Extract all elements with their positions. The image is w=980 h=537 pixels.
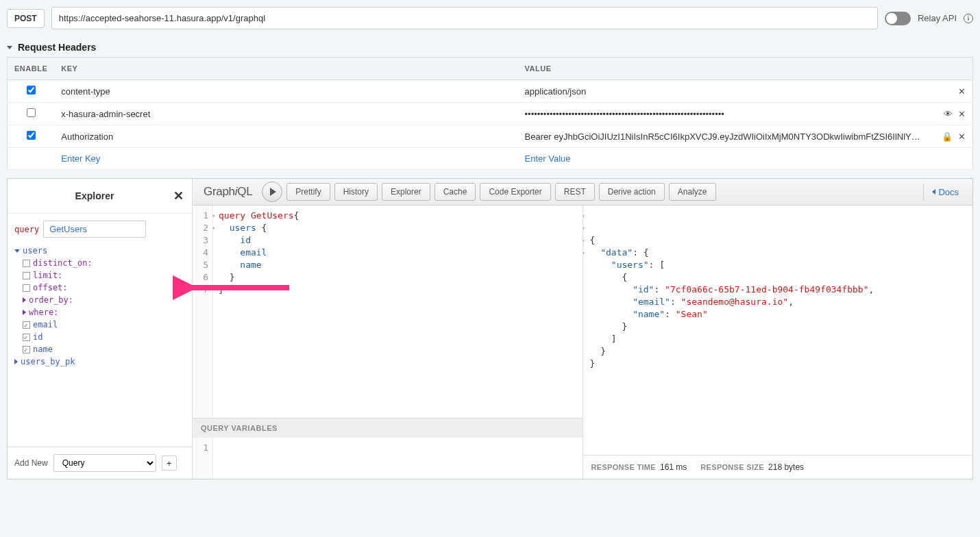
header-key[interactable]: x-hasura-admin-secret (54, 103, 517, 125)
header-key-placeholder[interactable]: Enter Key (61, 153, 100, 164)
prettify-button[interactable]: Prettify (286, 183, 330, 201)
endpoint-url-input[interactable] (51, 7, 878, 29)
header-key[interactable]: Authorization (54, 125, 517, 148)
header-row: Authorization Bearer eyJhbGciOiJIUzI1NiI… (8, 125, 973, 148)
add-new-button[interactable]: + (162, 455, 177, 471)
header-key[interactable]: content-type (54, 80, 517, 103)
result-footer: RESPONSE TIME 161 ms RESPONSE SIZE 218 b… (583, 455, 973, 479)
relay-api-toggle[interactable] (885, 12, 911, 25)
query-variables-editor[interactable]: 1 (193, 438, 583, 479)
header-value[interactable]: application/json (518, 80, 932, 103)
explorer-button[interactable]: Explorer (382, 183, 430, 201)
header-enable-checkbox[interactable] (27, 131, 36, 140)
request-headers-section: Request Headers ENABLE KEY VALUE content… (7, 38, 973, 170)
delete-header-icon[interactable]: ✕ (958, 132, 966, 142)
request-headers-title: Request Headers (18, 42, 96, 53)
relay-api-label: Relay API (918, 13, 957, 23)
header-row: content-type application/json ✕ (8, 80, 973, 103)
tree-email[interactable]: email (23, 319, 185, 331)
derive-action-button[interactable]: Derive action (599, 183, 665, 201)
request-headers-toggle[interactable]: Request Headers (7, 38, 973, 57)
lock-icon[interactable]: 🔒 (942, 132, 953, 142)
tree-where[interactable]: where: (23, 306, 185, 319)
analyze-button[interactable]: Analyze (669, 183, 716, 201)
close-explorer-icon[interactable]: ✕ (173, 188, 184, 203)
chevron-down-icon (7, 46, 12, 49)
header-enable-checkbox[interactable] (27, 108, 36, 117)
tree-name[interactable]: name (23, 343, 185, 355)
delete-header-icon[interactable]: ✕ (958, 109, 966, 119)
header-enable-checkbox[interactable] (27, 86, 36, 95)
http-method-badge: POST (7, 9, 45, 28)
docs-button[interactable]: Docs (923, 184, 967, 201)
cache-button[interactable]: Cache (434, 183, 476, 201)
query-keyword: query (14, 225, 39, 234)
result-viewer[interactable]: ▾▾▾▾ { "data": { "users": [ { "id": "7cf… (583, 205, 973, 455)
headers-table: ENABLE KEY VALUE content-type applicatio… (7, 57, 973, 170)
rest-button[interactable]: REST (555, 183, 595, 201)
tree-users[interactable]: users (14, 245, 185, 257)
history-button[interactable]: History (334, 183, 378, 201)
delete-header-icon[interactable]: ✕ (958, 86, 966, 97)
col-enable: ENABLE (8, 58, 55, 80)
header-value[interactable]: ••••••••••••••••••••••••••••••••••••••••… (518, 103, 932, 125)
eye-icon[interactable]: 👁 (944, 109, 953, 119)
query-editor[interactable]: 1234567 ▾▾ query GetUsers{ users { id em… (193, 205, 583, 418)
explorer-title: Explorer (75, 190, 114, 201)
add-new-label: Add New (14, 458, 48, 468)
col-value: VALUE (518, 58, 932, 80)
chevron-left-icon (932, 189, 935, 195)
tree-distinct-on[interactable]: distinct_on: (23, 257, 185, 269)
execute-button[interactable] (262, 182, 282, 202)
col-key: KEY (54, 58, 517, 80)
code-exporter-button[interactable]: Code Exporter (480, 183, 550, 201)
add-new-select[interactable]: Query (53, 454, 156, 472)
query-variables-header[interactable]: QUERY VARIABLES (193, 418, 583, 438)
explorer-pane: Explorer ✕ query users distinct_on: limi… (8, 179, 193, 479)
graphiql-panel: Explorer ✕ query users distinct_on: limi… (7, 178, 973, 479)
info-icon[interactable]: i (964, 14, 973, 23)
request-bar: POST Relay API i (7, 7, 973, 29)
tree-id[interactable]: id (23, 331, 185, 343)
graphiql-logo: GraphiQL (198, 185, 258, 199)
graphiql-toolbar: GraphiQL Prettify History Explorer Cache… (193, 179, 972, 205)
tree-order-by[interactable]: order_by: (23, 294, 185, 306)
tree-users-by-pk[interactable]: users_by_pk (14, 355, 185, 368)
header-row: x-hasura-admin-secret ••••••••••••••••••… (8, 103, 973, 125)
tree-limit[interactable]: limit: (23, 269, 185, 282)
query-name-input[interactable] (43, 221, 146, 238)
tree-offset[interactable]: offset: (23, 282, 185, 294)
header-value-placeholder[interactable]: Enter Value (525, 153, 571, 164)
header-value[interactable]: Bearer eyJhbGciOiJIUzI1NiIsInR5cCI6IkpXV… (518, 125, 932, 148)
